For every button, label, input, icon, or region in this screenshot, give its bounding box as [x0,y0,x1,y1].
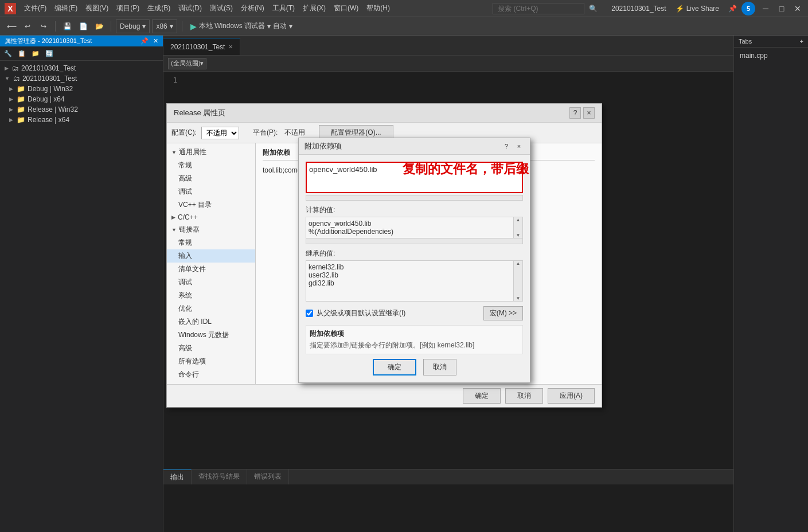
tree-item-release-x64[interactable]: ▶ 📁 Release | x64 [0,115,163,125]
search-input[interactable] [493,3,584,14]
bottom-content [163,484,733,532]
tree-item-debug-x64[interactable]: ▶ 📁 Debug | x64 [0,94,163,104]
properties-ok-btn[interactable]: 确定 [463,388,501,404]
dep-input-textarea[interactable]: opencv_world450.lib [306,162,523,193]
scroll-down-icon[interactable]: ▼ [516,233,521,238]
scope-label: (全局范围) [171,59,200,68]
tree-linker[interactable]: ▼ 链接器 [167,223,255,236]
panel-tool-1[interactable]: 🔧 [2,48,14,59]
tree-label-all-options: 所有选项 [178,357,206,366]
maximize-button[interactable]: □ [776,3,787,14]
title-bar: X 文件(F) 编辑(E) 视图(V) 项目(P) 生成(B) 调试(D) 测试… [0,0,808,17]
scroll-up-icon[interactable]: ▲ [516,217,521,222]
add-dep-ok-button[interactable]: 确定 [373,359,416,375]
tree-advanced2[interactable]: 高级 [167,342,255,355]
tree-all-options[interactable]: 所有选项 [167,355,255,368]
tab-close-icon[interactable]: ✕ [228,44,233,50]
inherited-scroll-down[interactable]: ▼ [516,296,521,301]
tree-vc-dirs[interactable]: VC++ 目录 [167,198,255,212]
toolbar-open[interactable]: 📂 [92,19,106,33]
tree-arrow-linker: ▼ [171,227,177,233]
menu-view[interactable]: 视图(V) [82,2,112,14]
inherited-scroll-up[interactable]: ▲ [516,261,521,266]
menu-debug[interactable]: 调试(D) [175,2,205,14]
title-bar-right: 2021010301_Test ⚡ Live Share 📌 5 ─ □ ✕ [611,2,803,15]
platform-dropdown[interactable]: x86 ▾ [152,19,177,33]
tree-label-normal: 常规 [178,161,192,170]
inherited-container: kernel32.lib user32.lib gdi32.lib ▲ ▼ [306,260,523,302]
menu-test[interactable]: 测试(S) [206,2,236,14]
tab-bar: 2021010301_Test ✕ [163,36,733,56]
right-panel-add-icon[interactable]: + [800,38,803,45]
inherited-line-1: kernel32.lib [309,263,511,271]
tree-win-metadata[interactable]: Windows 元数据 [167,328,255,342]
tree-embedded-idl[interactable]: 嵌入的 IDL [167,315,255,328]
properties-apply-btn[interactable]: 应用(A) [548,388,595,404]
menu-help[interactable]: 帮助(H) [363,2,393,14]
tree-cpp[interactable]: ▶ C/C++ [167,212,255,223]
run-button[interactable]: ▶ 本地 Windows 调试器 ▾ 自动 ▾ [187,20,296,32]
inherited-line-2: user32.lib [309,271,511,279]
menu-tools[interactable]: 工具(T) [269,2,298,14]
tree-normal[interactable]: 常规 [167,159,255,172]
menu-build[interactable]: 生成(B) [144,2,174,14]
panel-pin-icon[interactable]: 📌 [140,37,149,45]
tree-item-debug-win32[interactable]: ▶ 📁 Debug | Win32 [0,84,163,94]
toolbar-save[interactable]: 💾 [60,19,74,33]
panel-tool-2[interactable]: 📋 [16,48,28,59]
bottom-tab-find[interactable]: 查找符号结果 [192,470,247,484]
toolbar-new[interactable]: 📄 [76,19,90,33]
properties-close-btn[interactable]: × [583,107,595,119]
tree-general-props[interactable]: ▼ 通用属性 [167,146,255,159]
menu-window[interactable]: 窗口(W) [330,2,362,14]
tree-project-2[interactable]: ▼ 🗂 2021010301_Test [0,73,163,84]
menu-extensions[interactable]: 扩展(X) [299,2,329,14]
menu-edit[interactable]: 编辑(E) [51,2,81,14]
tree-label-advanced2: 高级 [178,343,192,353]
tree-manifest[interactable]: 清单文件 [167,263,255,276]
menu-file[interactable]: 文件(F) [21,2,50,14]
live-share-button[interactable]: ⚡ Live Share [671,3,724,14]
panel-tool-4[interactable]: 🔄 [44,48,55,59]
tree-debug2[interactable]: 调试 [167,276,255,289]
checkbox-container: 从父级或项目默认设置继承(I) [306,308,483,318]
panel-close-icon[interactable]: ✕ [153,37,158,45]
menu-project[interactable]: 项目(P) [113,2,143,14]
config-select[interactable]: 不适用 [201,127,239,139]
add-dep-help-btn[interactable]: ? [501,141,512,151]
tree-advanced[interactable]: 高级 [167,172,255,185]
tree-debug[interactable]: 调试 [167,185,255,198]
tree-label-manifest: 清单文件 [178,264,206,274]
minimize-button[interactable]: ─ [760,3,771,14]
tree-linker-input[interactable]: 输入 [167,249,255,263]
close-button[interactable]: ✕ [792,3,803,14]
add-dep-cancel-button[interactable]: 取消 [423,359,456,375]
tab-main[interactable]: 2021010301_Test ✕ [163,38,240,55]
tree-label-linker-general: 常规 [178,238,192,248]
panel-tool-3[interactable]: 📁 [30,48,41,59]
tree-cmdline[interactable]: 命令行 [167,368,255,381]
tree-optimize[interactable]: 优化 [167,302,255,315]
add-dep-close-btn[interactable]: × [514,141,524,151]
menu-analyze[interactable]: 分析(N) [237,2,268,14]
properties-help-btn[interactable]: ? [569,107,581,119]
right-file-main[interactable]: main.cpp [736,50,806,61]
debug-mode-dropdown[interactable]: Debug ▾ [116,19,150,33]
inherit-checkbox[interactable] [306,310,313,317]
tree-item-release-win32[interactable]: ▶ 📁 Release | Win32 [0,104,163,115]
tree-system[interactable]: 系统 [167,289,255,302]
toolbar-back[interactable]: ⟵ [5,19,18,33]
pin-icon[interactable]: 📌 [728,5,737,13]
bottom-tab-errors[interactable]: 错误列表 [247,470,289,484]
properties-cancel-btn[interactable]: 取消 [505,388,543,404]
toolbar-undo[interactable]: ↩ [21,19,34,33]
macro-button[interactable]: 宏(M) >> [483,306,523,320]
search-icon[interactable]: 🔍 [589,5,598,13]
toolbar-redo[interactable]: ↪ [37,19,50,33]
tree-manifest-tool[interactable]: ▶ 清单工具 [167,381,255,384]
user-avatar[interactable]: 5 [741,2,755,15]
tree-linker-general[interactable]: 常规 [167,236,255,249]
scope-dropdown[interactable]: (全局范围) ▾ [168,58,206,69]
tree-project-1[interactable]: ▶ 🗂 2021010301_Test [0,63,163,73]
bottom-tab-output[interactable]: 输出 [163,470,192,484]
